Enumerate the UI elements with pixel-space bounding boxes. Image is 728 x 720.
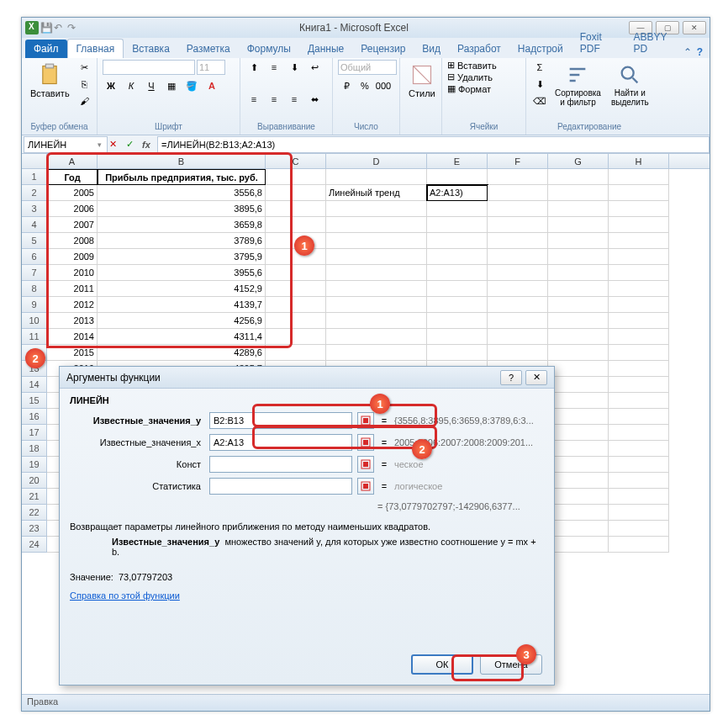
row-header[interactable]: 15 bbox=[22, 393, 47, 409]
row-header[interactable]: 20 bbox=[22, 473, 47, 489]
formula-input[interactable]: =ЛИНЕЙН(B2:B13;A2:A13) bbox=[157, 136, 710, 153]
row-header[interactable]: 18 bbox=[22, 441, 47, 457]
cell[interactable]: 2006 bbox=[47, 201, 98, 217]
cell[interactable] bbox=[609, 521, 669, 537]
cell[interactable] bbox=[548, 265, 609, 281]
styles-button[interactable]: Стили bbox=[405, 60, 439, 102]
redo-icon[interactable]: ↷ bbox=[67, 22, 79, 34]
row-header[interactable]: 10 bbox=[22, 313, 47, 329]
cell[interactable] bbox=[326, 249, 427, 265]
cell[interactable]: 3789,6 bbox=[98, 233, 266, 249]
cell[interactable]: 2011 bbox=[47, 281, 98, 297]
dialog-title-bar[interactable]: Аргументы функции ? ✕ bbox=[60, 367, 554, 389]
cell[interactable] bbox=[609, 345, 669, 361]
row-header[interactable]: 3 bbox=[22, 201, 47, 217]
cell[interactable] bbox=[266, 265, 326, 281]
tab-abbyy[interactable]: ABBYY PD bbox=[625, 28, 683, 58]
cell[interactable] bbox=[548, 249, 609, 265]
number-format-combo[interactable]: Общий bbox=[338, 60, 397, 75]
format-painter-icon[interactable]: 🖌 bbox=[76, 93, 93, 109]
cell[interactable] bbox=[326, 345, 427, 361]
cell[interactable] bbox=[488, 281, 548, 297]
cell[interactable] bbox=[548, 377, 609, 393]
select-all-corner[interactable] bbox=[22, 154, 47, 168]
cell[interactable] bbox=[548, 233, 609, 249]
dialog-help-link[interactable]: Справка по этой функции bbox=[70, 590, 180, 601]
dialog-help-button[interactable]: ? bbox=[500, 370, 522, 385]
cell[interactable]: 2014 bbox=[47, 329, 98, 345]
cell[interactable] bbox=[609, 265, 669, 281]
cell[interactable]: Прибыль предприятия, тыс. руб. bbox=[98, 169, 266, 185]
fill-color-button[interactable]: 🪣 bbox=[183, 78, 200, 93]
format-cells-button[interactable]: ▦Формат bbox=[447, 83, 491, 94]
row-header[interactable]: 6 bbox=[22, 249, 47, 265]
range-select-button[interactable] bbox=[357, 478, 374, 495]
tab-addins[interactable]: Надстрой bbox=[509, 40, 572, 58]
cell[interactable] bbox=[609, 441, 669, 457]
cell[interactable] bbox=[609, 505, 669, 521]
close-button[interactable]: ✕ bbox=[683, 21, 706, 34]
cell[interactable]: 2012 bbox=[47, 297, 98, 313]
cell[interactable] bbox=[488, 201, 548, 217]
tab-formulas[interactable]: Формулы bbox=[239, 40, 299, 58]
row-header[interactable]: 9 bbox=[22, 297, 47, 313]
cell[interactable]: 4152,9 bbox=[98, 281, 266, 297]
cell[interactable] bbox=[548, 409, 609, 425]
cell[interactable] bbox=[609, 233, 669, 249]
cell[interactable] bbox=[488, 185, 548, 201]
italic-button[interactable]: К bbox=[123, 78, 140, 93]
clear-icon[interactable]: ⌫ bbox=[531, 93, 548, 109]
cell[interactable] bbox=[266, 297, 326, 313]
cell[interactable] bbox=[488, 169, 548, 185]
col-header-F[interactable]: F bbox=[488, 154, 548, 168]
tab-review[interactable]: Рецензир bbox=[352, 40, 414, 58]
merge-icon[interactable]: ⬌ bbox=[306, 92, 323, 107]
arg-input-2[interactable] bbox=[209, 456, 352, 473]
col-header-B[interactable]: B bbox=[98, 154, 266, 168]
align-left-icon[interactable]: ≡ bbox=[245, 92, 262, 107]
cell[interactable] bbox=[488, 249, 548, 265]
tab-file[interactable]: Файл bbox=[25, 40, 67, 58]
cell[interactable] bbox=[609, 409, 669, 425]
cell[interactable] bbox=[609, 473, 669, 489]
cell[interactable] bbox=[326, 313, 427, 329]
help-icon[interactable]: ? bbox=[697, 46, 703, 58]
cell[interactable] bbox=[548, 537, 609, 553]
row-header[interactable]: 19 bbox=[22, 457, 47, 473]
copy-icon[interactable]: ⎘ bbox=[76, 77, 93, 92]
range-select-button[interactable] bbox=[357, 412, 374, 429]
wrap-text-icon[interactable]: ↩ bbox=[306, 60, 323, 75]
border-button[interactable]: ▦ bbox=[163, 78, 180, 93]
col-header-A[interactable]: A bbox=[47, 154, 98, 168]
ok-button[interactable]: ОК bbox=[411, 654, 473, 675]
row-header[interactable]: 11 bbox=[22, 329, 47, 345]
cell[interactable]: Год bbox=[47, 169, 98, 185]
row-header[interactable]: 5 bbox=[22, 233, 47, 249]
cell[interactable] bbox=[326, 201, 427, 217]
cell[interactable] bbox=[548, 505, 609, 521]
row-header[interactable]: 21 bbox=[22, 489, 47, 505]
cell[interactable]: 2007 bbox=[47, 217, 98, 233]
range-select-button[interactable] bbox=[357, 456, 374, 473]
cell[interactable] bbox=[609, 169, 669, 185]
cell[interactable]: 3955,6 bbox=[98, 265, 266, 281]
cell[interactable] bbox=[548, 201, 609, 217]
cut-icon[interactable]: ✂ bbox=[76, 60, 93, 75]
row-header[interactable]: 1 bbox=[22, 169, 47, 185]
cell[interactable] bbox=[548, 217, 609, 233]
cell[interactable] bbox=[609, 201, 669, 217]
col-header-E[interactable]: E bbox=[427, 154, 488, 168]
cell[interactable] bbox=[266, 185, 326, 201]
row-header[interactable]: 17 bbox=[22, 425, 47, 441]
cell[interactable]: 4139,7 bbox=[98, 297, 266, 313]
save-icon[interactable]: 💾 bbox=[40, 22, 52, 34]
cell[interactable] bbox=[427, 265, 488, 281]
font-size-combo[interactable]: 11 bbox=[197, 60, 225, 75]
cell[interactable] bbox=[326, 217, 427, 233]
cell[interactable]: 2005 bbox=[47, 185, 98, 201]
tab-developer[interactable]: Разработ bbox=[449, 40, 509, 58]
col-header-G[interactable]: G bbox=[548, 154, 609, 168]
cell[interactable] bbox=[488, 217, 548, 233]
cancel-formula-icon[interactable]: ✕ bbox=[105, 137, 120, 152]
cell[interactable] bbox=[548, 313, 609, 329]
